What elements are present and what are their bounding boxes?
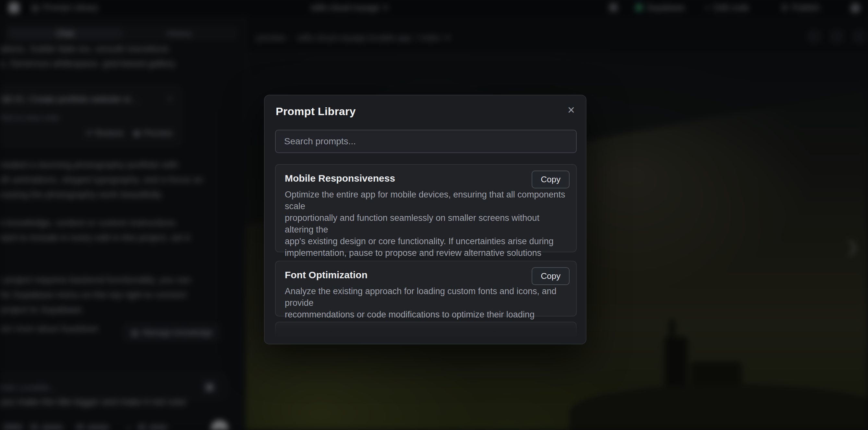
prompt-card: Font Optimization Copy Analyze the exist… <box>275 261 577 316</box>
search-input[interactable] <box>275 130 577 153</box>
app-window: ▤ Prompt Library wills-cloud-voyage ▾ Su… <box>0 0 868 430</box>
scroll-fade <box>274 321 579 338</box>
prompt-card-title: Mobile Responsiveness <box>285 172 567 185</box>
copy-button[interactable]: Copy <box>532 171 569 188</box>
prompt-card: Mobile Responsiveness Copy Optimize the … <box>275 164 577 252</box>
copy-button[interactable]: Copy <box>532 267 569 285</box>
prompt-library-modal: Prompt Library × Mobile Responsiveness C… <box>264 95 586 344</box>
prompt-card-title: Font Optimization <box>285 269 567 281</box>
modal-title: Prompt Library <box>276 105 356 118</box>
close-icon[interactable]: × <box>568 104 575 116</box>
